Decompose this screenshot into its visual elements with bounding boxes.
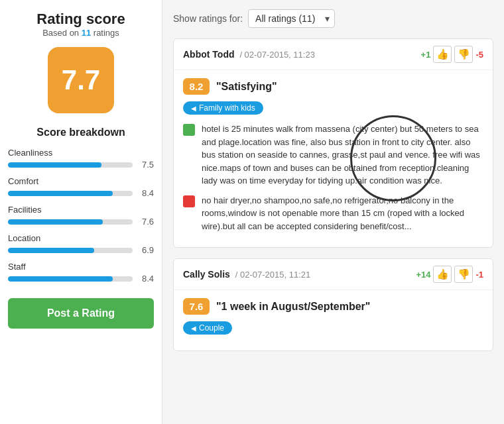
review-title: "1 week in August/September" <box>216 301 370 313</box>
score-box: 7.7 <box>48 47 114 113</box>
breakdown-item-comfort: Comfort 8.4 <box>8 176 154 198</box>
review-body: 7.6 "1 week in August/September" Couple <box>174 290 493 350</box>
bar-fill <box>8 248 94 253</box>
positive-icon <box>183 124 195 136</box>
bar-row: 7.6 <box>8 217 154 227</box>
reviewer-info: Abbot Todd / 02-07-2015, 11:23 <box>183 49 315 60</box>
bar-score: 7.5 <box>137 160 154 170</box>
vote-minus: -5 <box>475 50 483 60</box>
positive-text-block: hotel is 25 minutes walk from massena (c… <box>183 123 483 187</box>
bar-bg <box>8 248 133 253</box>
bar-row: 6.9 <box>8 245 154 255</box>
thumbs-down-button[interactable]: 👎 <box>454 266 473 283</box>
reviewer-name: Abbot Todd <box>183 49 235 60</box>
negative-text: no hair dryer,no shampoo,no safe,no refr… <box>202 194 483 233</box>
score-breakdown-title: Score breakdown <box>8 127 154 138</box>
vote-plus: +1 <box>421 50 431 60</box>
vote-area: +1 👍 👎 -5 <box>421 46 483 63</box>
review-body: 8.2 "Satisfying" Family with kids hotel … <box>174 70 493 247</box>
vote-plus: +14 <box>416 270 430 280</box>
review-score-title: 7.6 "1 week in August/September" <box>183 298 483 315</box>
positive-text: hotel is 25 minutes walk from massena (c… <box>202 123 483 187</box>
tag-row: Family with kids <box>183 101 483 115</box>
review-card-0: Abbot Todd / 02-07-2015, 11:23 +1 👍 👎 -5… <box>173 38 493 248</box>
breakdown-label: Comfort <box>8 176 154 186</box>
bar-fill <box>8 191 113 196</box>
review-score-badge: 7.6 <box>183 298 210 315</box>
review-card-1: Cally Solis / 02-07-2015, 11:21 +14 👍 👎 … <box>173 258 493 351</box>
review-header: Abbot Todd / 02-07-2015, 11:23 +1 👍 👎 -5 <box>174 39 493 70</box>
filter-select-wrapper[interactable]: All ratings (11)PositiveNegative <box>248 9 335 28</box>
review-score-title: 8.2 "Satisfying" <box>183 78 483 95</box>
breakdown-item-location: Location 6.9 <box>8 233 154 255</box>
bar-bg <box>8 219 133 225</box>
breakdown-item-cleanliness: Cleanliness 7.5 <box>8 148 154 170</box>
reviewer-name: Cally Solis <box>183 269 230 280</box>
filter-row: Show ratings for: All ratings (11)Positi… <box>173 9 493 28</box>
tag-row: Couple <box>183 321 483 335</box>
score-number: 7.7 <box>62 64 100 96</box>
bar-score: 6.9 <box>137 245 154 255</box>
review-title: "Satisfying" <box>216 81 277 93</box>
bar-score: 8.4 <box>137 188 154 198</box>
review-score-badge: 8.2 <box>183 78 210 95</box>
tag: Couple <box>183 321 232 335</box>
reviews-container: Abbot Todd / 02-07-2015, 11:23 +1 👍 👎 -5… <box>173 38 493 351</box>
right-panel: Show ratings for: All ratings (11)Positi… <box>162 0 504 424</box>
thumbs-up-button[interactable]: 👍 <box>433 266 452 283</box>
left-panel: Rating score Based on 11 ratings 7.7 Sco… <box>0 0 162 424</box>
bar-fill <box>8 219 103 225</box>
breakdown-container: Cleanliness 7.5 Comfort 8.4 Facilities <box>8 148 154 284</box>
filter-label: Show ratings for: <box>173 13 243 24</box>
filter-select[interactable]: All ratings (11)PositiveNegative <box>248 9 335 28</box>
thumbs-up-button[interactable]: 👍 <box>433 46 452 63</box>
vote-minus: -1 <box>475 270 483 280</box>
thumbs-down-button[interactable]: 👎 <box>454 46 473 63</box>
rating-title: Rating score <box>8 11 154 28</box>
review-header: Cally Solis / 02-07-2015, 11:21 +14 👍 👎 … <box>174 259 493 290</box>
bar-score: 7.6 <box>137 217 154 227</box>
review-date: / 02-07-2015, 11:21 <box>235 270 310 280</box>
bar-score: 8.4 <box>137 274 154 284</box>
bar-bg <box>8 191 133 196</box>
breakdown-item-facilities: Facilities 7.6 <box>8 205 154 227</box>
bar-bg <box>8 276 133 282</box>
breakdown-label: Cleanliness <box>8 148 154 158</box>
bar-bg <box>8 162 133 168</box>
bar-row: 8.4 <box>8 188 154 198</box>
rating-subtitle: Based on 11 ratings <box>8 28 154 38</box>
vote-area: +14 👍 👎 -1 <box>416 266 483 283</box>
breakdown-label: Location <box>8 233 154 243</box>
review-date: / 02-07-2015, 11:23 <box>239 50 314 60</box>
negative-icon <box>183 195 195 207</box>
bar-fill <box>8 162 101 168</box>
breakdown-label: Facilities <box>8 205 154 215</box>
reviewer-info: Cally Solis / 02-07-2015, 11:21 <box>183 269 310 280</box>
breakdown-label: Staff <box>8 262 154 272</box>
bar-row: 8.4 <box>8 274 154 284</box>
tag: Family with kids <box>183 101 263 115</box>
breakdown-item-staff: Staff 8.4 <box>8 262 154 284</box>
post-rating-button[interactable]: Post a Rating <box>8 298 154 329</box>
bar-fill <box>8 276 113 282</box>
negative-text-block: no hair dryer,no shampoo,no safe,no refr… <box>183 194 483 233</box>
bar-row: 7.5 <box>8 160 154 170</box>
